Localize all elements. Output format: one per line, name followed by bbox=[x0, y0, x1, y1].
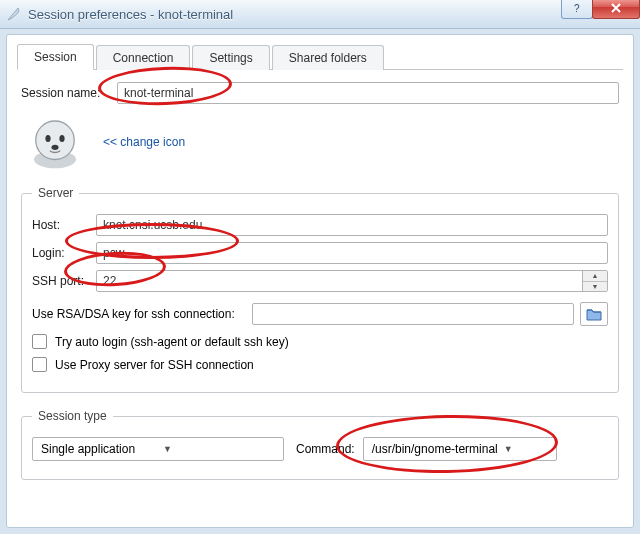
titlebar: Session preferences - knot-terminal ? bbox=[0, 0, 640, 29]
tab-bar: Session Connection Settings Shared folde… bbox=[17, 43, 623, 70]
change-icon-link[interactable]: << change icon bbox=[103, 135, 185, 149]
server-legend: Server bbox=[32, 186, 79, 200]
svg-point-4 bbox=[59, 135, 64, 142]
chevron-down-icon: ▼ bbox=[504, 444, 513, 454]
svg-point-3 bbox=[45, 135, 50, 142]
command-select[interactable]: /usr/bin/gnome-terminal ▼ bbox=[363, 437, 557, 461]
command-value: /usr/bin/gnome-terminal bbox=[372, 442, 498, 456]
host-label: Host: bbox=[32, 218, 96, 232]
proxy-checkbox[interactable]: Use Proxy server for SSH connection bbox=[32, 357, 608, 372]
sshport-input[interactable] bbox=[97, 271, 582, 291]
sshport-spinner[interactable]: ▲▼ bbox=[582, 271, 607, 291]
svg-text:?: ? bbox=[574, 3, 580, 14]
autologin-checkbox[interactable]: Try auto login (ssh-agent or default ssh… bbox=[32, 334, 608, 349]
spin-up-icon[interactable]: ▲ bbox=[583, 271, 607, 282]
session-icon[interactable] bbox=[27, 114, 83, 170]
session-panel: Session name: << change icon Server Host… bbox=[17, 70, 623, 484]
sshport-label: SSH port: bbox=[32, 274, 96, 288]
rsakey-input[interactable] bbox=[252, 303, 574, 325]
help-button[interactable]: ? bbox=[561, 0, 593, 19]
session-type-group: Session type Single application ▼ Comman… bbox=[21, 409, 619, 480]
checkbox-icon bbox=[32, 334, 47, 349]
session-name-row: Session name: bbox=[21, 82, 619, 104]
rsakey-label: Use RSA/DSA key for ssh connection: bbox=[32, 307, 252, 321]
autologin-label: Try auto login (ssh-agent or default ssh… bbox=[55, 335, 289, 349]
session-type-select[interactable]: Single application ▼ bbox=[32, 437, 284, 461]
icon-row: << change icon bbox=[27, 114, 619, 170]
host-input[interactable] bbox=[96, 214, 608, 236]
folder-icon bbox=[586, 307, 602, 321]
proxy-label: Use Proxy server for SSH connection bbox=[55, 358, 254, 372]
app-icon bbox=[6, 6, 22, 22]
close-button[interactable] bbox=[592, 0, 640, 19]
rsakey-browse-button[interactable] bbox=[580, 302, 608, 326]
server-group: Server Host: Login: SSH port: ▲▼ Use RSA… bbox=[21, 186, 619, 393]
command-label: Command: bbox=[296, 442, 355, 456]
checkbox-icon bbox=[32, 357, 47, 372]
session-name-input[interactable] bbox=[117, 82, 619, 104]
session-type-row: Single application ▼ Command: /usr/bin/g… bbox=[32, 437, 608, 461]
svg-point-5 bbox=[52, 145, 59, 150]
session-type-legend: Session type bbox=[32, 409, 113, 423]
session-name-label: Session name: bbox=[21, 86, 117, 100]
chevron-down-icon: ▼ bbox=[163, 444, 279, 454]
window-buttons: ? bbox=[562, 0, 640, 19]
tab-settings[interactable]: Settings bbox=[192, 45, 269, 70]
dialog-body: Session Connection Settings Shared folde… bbox=[6, 34, 634, 528]
tab-shared-folders[interactable]: Shared folders bbox=[272, 45, 384, 70]
session-type-value: Single application bbox=[41, 442, 157, 456]
tab-connection[interactable]: Connection bbox=[96, 45, 191, 70]
login-input[interactable] bbox=[96, 242, 608, 264]
tab-session[interactable]: Session bbox=[17, 44, 94, 70]
login-label: Login: bbox=[32, 246, 96, 260]
window-title: Session preferences - knot-terminal bbox=[28, 7, 233, 22]
spin-down-icon[interactable]: ▼ bbox=[583, 282, 607, 292]
svg-point-2 bbox=[36, 121, 75, 160]
